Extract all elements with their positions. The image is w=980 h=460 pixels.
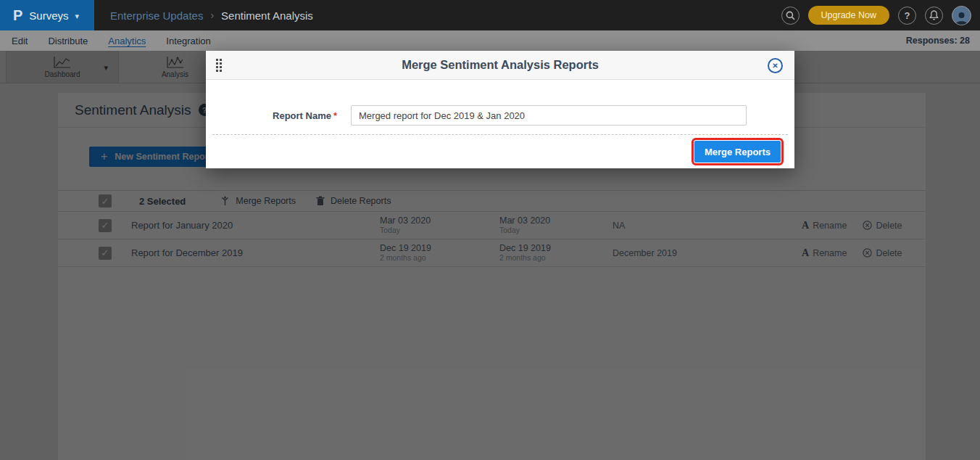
app-window: P Surveys ▾ Enterprise Updates › Sentime… [0, 0, 980, 460]
person-icon [954, 10, 969, 25]
required-marker: * [333, 110, 337, 121]
report-name-row: Report Name* [206, 105, 794, 126]
user-avatar[interactable] [952, 6, 971, 25]
modal-body: Report Name* [206, 80, 794, 134]
breadcrumb: Enterprise Updates › Sentiment Analysis [110, 9, 313, 22]
merge-reports-submit-button[interactable]: Merge Reports [694, 141, 781, 163]
modal-footer: Merge Reports [212, 134, 788, 168]
modal-close-button[interactable]: ✕ [768, 58, 783, 73]
modal-title: Merge Sentiment Analysis Reports [402, 58, 599, 72]
help-button[interactable]: ? [898, 7, 916, 25]
drag-handle-icon[interactable] [216, 59, 223, 73]
questionpro-logo-icon: P [13, 8, 22, 22]
report-name-label: Report Name* [206, 110, 337, 121]
breadcrumb-separator-icon: › [210, 9, 214, 21]
close-icon: ✕ [772, 62, 778, 70]
breadcrumb-parent[interactable]: Enterprise Updates [110, 9, 203, 22]
chevron-down-icon: ▾ [75, 12, 80, 21]
bell-icon [929, 10, 939, 20]
top-header: P Surveys ▾ Enterprise Updates › Sentime… [0, 0, 980, 30]
merge-reports-modal: Merge Sentiment Analysis Reports ✕ Repor… [206, 51, 794, 168]
upgrade-now-button[interactable]: Upgrade Now [808, 6, 889, 25]
notifications-button[interactable] [925, 7, 943, 25]
breadcrumb-current: Sentiment Analysis [221, 9, 313, 22]
surveys-product-menu[interactable]: P Surveys ▾ [0, 0, 94, 30]
search-icon [786, 11, 795, 20]
modal-header: Merge Sentiment Analysis Reports ✕ [206, 51, 794, 80]
search-button[interactable] [781, 7, 800, 25]
product-label: Surveys [29, 9, 68, 22]
question-icon: ? [905, 10, 910, 21]
report-name-input[interactable] [351, 105, 747, 126]
header-actions: Upgrade Now ? [781, 6, 980, 25]
